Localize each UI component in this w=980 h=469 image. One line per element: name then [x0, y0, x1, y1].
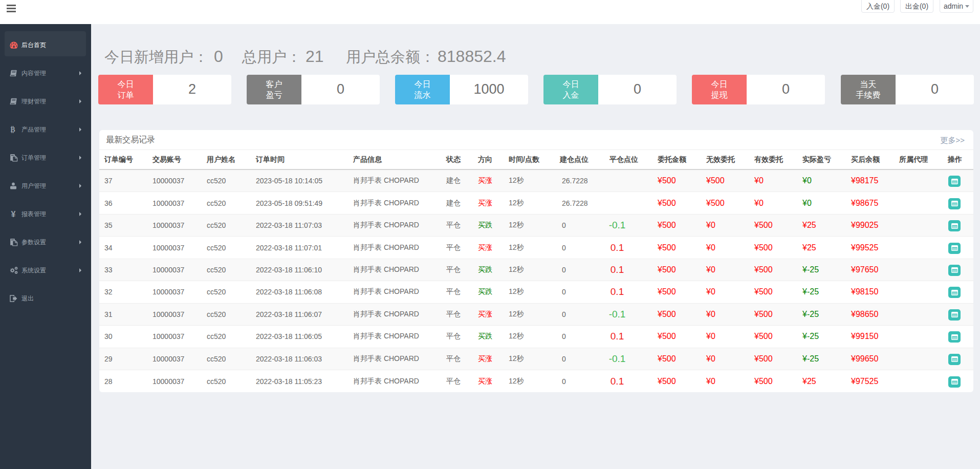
svg-text:¥: ¥ — [11, 210, 16, 218]
svg-text:B: B — [10, 126, 15, 133]
